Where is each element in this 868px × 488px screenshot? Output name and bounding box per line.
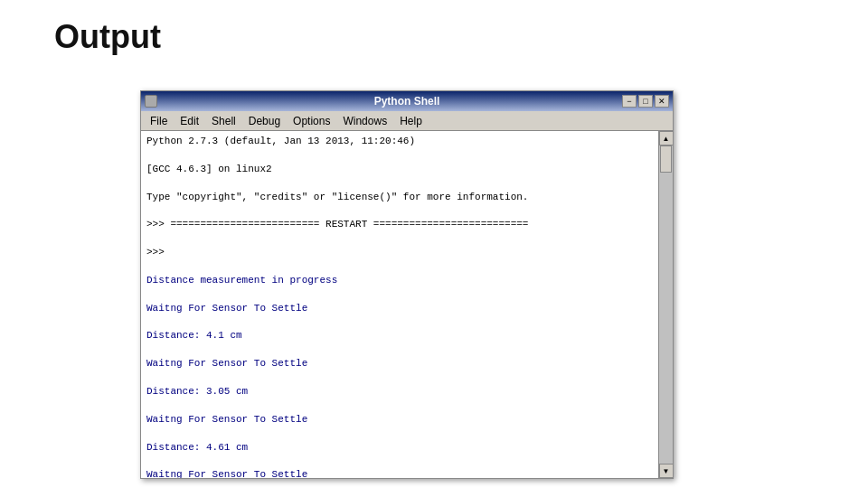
shell-line: Python 2.7.3 (default, Jan 13 2013, 11:2…	[146, 135, 653, 148]
python-shell-window: Python Shell − □ ✕ File Edit Shell Debug…	[140, 90, 674, 479]
scroll-down-button[interactable]: ▼	[659, 464, 674, 478]
menu-options[interactable]: Options	[288, 113, 335, 129]
scroll-up-button[interactable]: ▲	[659, 131, 674, 145]
shell-line: >>> ========================= RESTART ==…	[146, 218, 653, 231]
minimize-button[interactable]: −	[622, 95, 637, 108]
shell-line: Waitng For Sensor To Settle	[146, 302, 653, 315]
menu-file[interactable]: File	[145, 113, 173, 129]
shell-line: >>>	[146, 246, 653, 259]
menu-help[interactable]: Help	[394, 113, 428, 129]
menu-windows[interactable]: Windows	[337, 113, 392, 129]
shell-line: [GCC 4.6.3] on linux2	[146, 163, 653, 176]
shell-line: Waitng For Sensor To Settle	[146, 357, 653, 371]
menu-debug[interactable]: Debug	[243, 113, 286, 129]
shell-line: Distance: 4.1 cm	[146, 329, 653, 343]
shell-line: Distance measurement in progress	[146, 274, 653, 287]
shell-line: Type "copyright", "credits" or "license(…	[146, 191, 653, 204]
shell-line: Waitng For Sensor To Settle	[146, 468, 653, 478]
shell-line: Distance: 4.61 cm	[146, 441, 653, 455]
shell-output: Python 2.7.3 (default, Jan 13 2013, 11:2…	[141, 131, 658, 478]
title-bar-text: Python Shell	[374, 95, 440, 108]
menu-bar: File Edit Shell Debug Options Windows He…	[141, 111, 673, 131]
shell-line: Distance: 3.05 cm	[146, 385, 653, 399]
page-title: Output	[54, 18, 161, 56]
menu-edit[interactable]: Edit	[175, 113, 204, 129]
close-button[interactable]: ✕	[655, 95, 669, 108]
title-bar: Python Shell − □ ✕	[141, 91, 673, 111]
menu-shell[interactable]: Shell	[206, 113, 241, 129]
shell-line: Waitng For Sensor To Settle	[146, 413, 653, 427]
scrollbar[interactable]: ▲ ▼	[658, 131, 673, 478]
title-bar-buttons: − □ ✕	[622, 95, 669, 108]
title-bar-left	[145, 95, 157, 108]
shell-body-wrapper: Python 2.7.3 (default, Jan 13 2013, 11:2…	[141, 131, 673, 478]
window-icon	[145, 95, 157, 108]
maximize-button[interactable]: □	[638, 95, 653, 108]
scrollbar-track[interactable]	[659, 145, 673, 464]
scrollbar-thumb[interactable]	[660, 145, 672, 173]
